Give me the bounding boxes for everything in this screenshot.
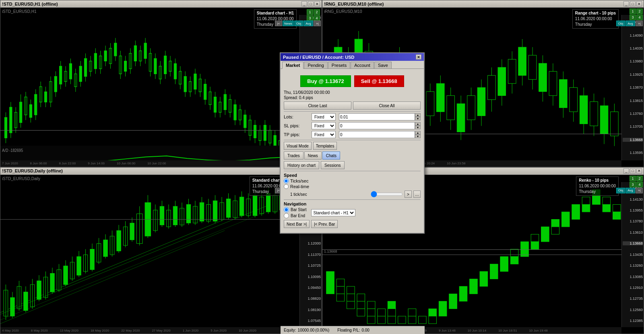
lots-type-select[interactable]: Fixed: [312, 113, 336, 120]
nav-chart-select[interactable]: Standard chart - H1: [311, 209, 355, 216]
svg-rect-358: [603, 197, 611, 204]
prev-bar-button[interactable]: |< Prev. Bar: [311, 220, 338, 228]
buy-button[interactable]: Buy @ 1.13672: [300, 75, 351, 87]
svg-rect-307: [347, 294, 355, 301]
num1-btn[interactable]: 1: [307, 9, 313, 15]
templates-button[interactable]: Templates: [313, 142, 337, 150]
chart-top-left-title: !STD_EURUSD,H1 (offline): [2, 2, 58, 6]
obj-btn-br[interactable]: Obj: [616, 188, 625, 193]
news-btn-tl[interactable]: News: [283, 21, 294, 26]
nav-right-btn-tl[interactable]: >|: [314, 21, 321, 26]
num4-btn[interactable]: 4: [314, 15, 320, 21]
close-all-button[interactable]: Close All: [353, 102, 421, 110]
lots-spin-down[interactable]: ▼: [415, 117, 421, 120]
dialog-close-btn[interactable]: ✕: [416, 54, 421, 60]
maximize-btn-tr[interactable]: □: [630, 1, 636, 6]
visual-mode-button[interactable]: Visual Mode: [284, 142, 312, 150]
svg-rect-343: [521, 249, 529, 256]
obj-btn-tr[interactable]: Obj: [616, 21, 625, 26]
dialog-titlebar: Paused / EURUSD / Account: USD ✕: [281, 53, 424, 61]
svg-rect-347: [541, 234, 549, 241]
tab-account[interactable]: Account: [351, 62, 374, 68]
tab-pending[interactable]: Pending: [304, 62, 327, 68]
close-btn-tr[interactable]: ✕: [636, 1, 642, 6]
chart-top-right-info-title: Range chart - 10 pips: [575, 10, 616, 16]
ticks-sec-radio[interactable]: [284, 178, 289, 183]
num2-btn-br[interactable]: 2: [636, 176, 643, 181]
minimize-btn-tr[interactable]: _: [623, 1, 629, 6]
obj-btn-tl[interactable]: Obj: [294, 21, 303, 26]
candles-svg-tl: A/D -182695: [0, 15, 299, 167]
news-tab[interactable]: News: [304, 151, 322, 160]
svg-rect-202: [611, 112, 619, 136]
price-tr-7: 1.13815: [623, 99, 643, 103]
maximize-btn-br[interactable]: □: [630, 168, 636, 174]
minimize-btn-br[interactable]: _: [623, 168, 629, 174]
next-bar-button[interactable]: Next Bar >|: [284, 220, 310, 228]
chart-top-right-win-buttons: _ □ ✕: [623, 1, 642, 6]
real-time-label: Real-time: [290, 184, 309, 189]
trades-tab[interactable]: Trades: [284, 151, 303, 160]
num2-btn-tr[interactable]: 2: [636, 8, 643, 14]
num4-btn-tr[interactable]: 4: [636, 15, 643, 20]
num1-btn-br[interactable]: 1: [630, 176, 636, 181]
tab-presets[interactable]: Presets: [328, 62, 350, 68]
price-br-12: 1.12560: [623, 308, 643, 312]
svg-rect-169: [498, 67, 506, 95]
hline-tl: [0, 130, 299, 131]
lots-spin-up[interactable]: ▲: [415, 113, 421, 117]
tp-input[interactable]: [339, 131, 415, 138]
svg-rect-178: [528, 55, 537, 79]
speed-label: Speed: [284, 173, 421, 178]
sell-button[interactable]: Sell @ 1.13668: [354, 75, 404, 87]
num1-btn-tr[interactable]: 1: [630, 8, 636, 14]
tab-save[interactable]: Save: [374, 62, 392, 68]
price-tr-10: 1.13668: [623, 138, 643, 142]
close-last-button[interactable]: Close Last: [284, 102, 351, 110]
sl-spin-down[interactable]: ▼: [415, 126, 421, 129]
chats-tab[interactable]: Chats: [322, 151, 340, 160]
svg-rect-329: [449, 301, 457, 308]
num2-btn[interactable]: 2: [314, 9, 320, 15]
close-btn-br[interactable]: ✕: [636, 168, 642, 174]
num4-btn-br[interactable]: 4: [636, 182, 643, 187]
num3-btn[interactable]: 3: [307, 15, 313, 21]
action-tabs-row: Trades News Chats: [284, 151, 421, 160]
close-btn-tl[interactable]: ✕: [314, 1, 320, 6]
history-button[interactable]: History on chart: [284, 161, 319, 169]
svg-rect-172: [508, 59, 516, 83]
avg-btn-tl[interactable]: Avg: [303, 21, 313, 26]
lots-input[interactable]: [339, 113, 415, 120]
avg-btn-tr[interactable]: Avg: [625, 21, 635, 26]
svg-rect-157: [457, 104, 465, 132]
nav-right-btn-br[interactable]: >|: [636, 188, 643, 193]
maximize-btn-tl[interactable]: □: [308, 1, 314, 6]
tp-spin-up[interactable]: ▲: [415, 131, 421, 135]
nav-left-btn-tl[interactable]: |<: [275, 21, 282, 26]
tp-type-select[interactable]: Fixed: [312, 131, 336, 138]
tab-market[interactable]: Market: [282, 62, 303, 69]
sl-input[interactable]: [339, 122, 415, 129]
sl-spin-up[interactable]: ▲: [415, 122, 421, 126]
num3-btn-br[interactable]: 3: [630, 182, 636, 187]
bar-end-radio[interactable]: [284, 213, 289, 218]
price-labels-br: 1.14305 1.14130 1.13955 1.13780 1.13610 …: [621, 182, 644, 328]
sessions-button[interactable]: Sessions: [321, 161, 345, 169]
nav-right-btn-tr[interactable]: >|: [636, 21, 643, 26]
price-bl-12: 1.08190: [301, 308, 321, 312]
price-br-6: 1.13668: [623, 241, 643, 245]
svg-rect-313: [367, 309, 375, 316]
spread-info: Spread: 0.4 pips: [284, 95, 421, 100]
speed-slider[interactable]: [371, 191, 403, 197]
real-time-radio[interactable]: [284, 184, 289, 189]
num3-btn-tr[interactable]: 3: [630, 15, 636, 20]
sl-type-select[interactable]: Fixed: [312, 122, 336, 129]
avg-btn-br[interactable]: Avg: [625, 188, 635, 193]
speed-forward-btn[interactable]: >: [405, 191, 412, 198]
chart-top-right-label: iRNG_EURUSD,M10: [324, 9, 362, 14]
speed-more-btn[interactable]: …: [413, 191, 421, 198]
minimize-btn-tl[interactable]: _: [301, 1, 307, 6]
bar-end-label: Bar End: [291, 214, 305, 218]
bar-start-radio[interactable]: [284, 207, 289, 212]
tp-spin-down[interactable]: ▼: [415, 135, 421, 138]
